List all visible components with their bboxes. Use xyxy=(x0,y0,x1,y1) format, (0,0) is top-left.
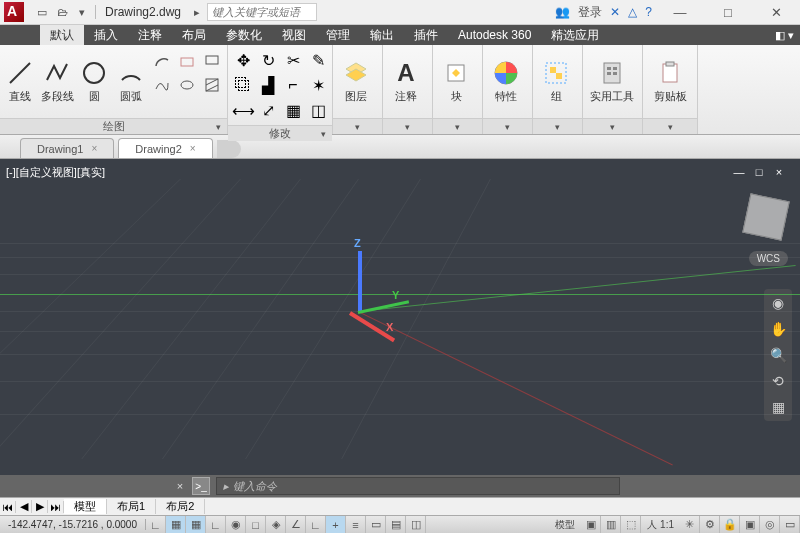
explode-icon[interactable]: ✶ xyxy=(307,74,329,96)
panel-group-tab[interactable]: ▾ xyxy=(533,118,582,134)
layout-1-tab[interactable]: 布局1 xyxy=(107,499,156,514)
arc-button[interactable]: 圆弧 xyxy=(114,49,147,114)
menu-manage[interactable]: 管理 xyxy=(316,25,360,45)
maximize-button[interactable]: □ xyxy=(708,0,748,25)
ms-icon[interactable]: ▣ xyxy=(581,516,601,534)
layer-button[interactable]: 图层 xyxy=(337,49,375,114)
close-icon[interactable]: × xyxy=(190,143,196,154)
panel-utils-tab[interactable]: ▾ xyxy=(583,118,642,134)
infer-icon[interactable]: ∟ xyxy=(146,516,166,534)
osnap-icon[interactable]: □ xyxy=(246,516,266,534)
layout-2-tab[interactable]: 布局2 xyxy=(156,499,205,514)
layout-prev-icon[interactable]: ◀ xyxy=(16,500,32,513)
polar-icon[interactable]: ◉ xyxy=(226,516,246,534)
infocenter-icon[interactable]: 👥 xyxy=(555,5,570,19)
props-button[interactable]: 特性 xyxy=(487,49,525,114)
move-icon[interactable]: ✥ xyxy=(232,49,254,71)
ortho-icon[interactable]: ∟ xyxy=(206,516,226,534)
status-scale[interactable]: 人 1:1 xyxy=(641,518,680,532)
group-button[interactable]: 组 xyxy=(537,49,575,114)
annotate-button[interactable]: A注释 xyxy=(387,49,425,114)
menu-featured[interactable]: 精选应用 xyxy=(541,25,609,45)
a360-icon[interactable]: △ xyxy=(628,5,637,19)
ws-switch-icon[interactable]: ⚙ xyxy=(700,516,720,534)
trim-icon[interactable]: ✂ xyxy=(282,49,304,71)
stretch-icon[interactable]: ⟷ xyxy=(232,99,254,121)
cmd-prompt-icon[interactable]: >_ xyxy=(192,477,210,495)
layout-next-icon[interactable]: ▶ xyxy=(32,500,48,513)
sc-icon[interactable]: ◫ xyxy=(406,516,426,534)
block-button[interactable]: 块 xyxy=(437,49,475,114)
ducs-icon[interactable]: ∟ xyxy=(306,516,326,534)
ellipse-icon[interactable] xyxy=(176,74,198,96)
layout-last-icon[interactable]: ⏭ xyxy=(48,501,64,513)
close-icon[interactable]: × xyxy=(91,143,97,154)
layout-model-tab[interactable]: 模型 xyxy=(64,499,107,514)
spline-icon[interactable] xyxy=(151,74,173,96)
qp-icon[interactable]: ▤ xyxy=(386,516,406,534)
exchange-icon[interactable]: ✕ xyxy=(610,5,620,19)
panel-props-tab[interactable]: ▾ xyxy=(483,118,532,134)
doctab-drawing2[interactable]: Drawing2× xyxy=(118,138,212,158)
help-icon[interactable]: ? xyxy=(645,5,652,19)
menu-layout[interactable]: 布局 xyxy=(172,25,216,45)
menu-output[interactable]: 输出 xyxy=(360,25,404,45)
anno-vis-icon[interactable]: ⬚ xyxy=(621,516,641,534)
menu-insert[interactable]: 插入 xyxy=(84,25,128,45)
array-icon[interactable]: ▦ xyxy=(282,99,304,121)
panel-clip-tab[interactable]: ▾ xyxy=(643,118,697,134)
line-button[interactable]: 直线 xyxy=(4,49,37,114)
circle-button[interactable]: 圆 xyxy=(78,49,111,114)
rect-icon[interactable] xyxy=(201,49,223,71)
lwt-icon[interactable]: ≡ xyxy=(346,516,366,534)
rotate-icon[interactable]: ↻ xyxy=(257,49,279,71)
doctab-drawing1[interactable]: Drawing1× xyxy=(20,138,114,158)
menu-annotate[interactable]: 注释 xyxy=(128,25,172,45)
layout-first-icon[interactable]: ⏮ xyxy=(0,501,16,513)
open-icon[interactable]: 🗁 xyxy=(54,4,70,20)
panel-annotate-tab[interactable]: ▾ xyxy=(383,118,432,134)
panel-layer-tab[interactable]: ▾ xyxy=(333,118,382,134)
search-input[interactable] xyxy=(207,3,317,21)
anno-auto-icon[interactable]: ✳ xyxy=(680,516,700,534)
menu-addins[interactable]: 插件 xyxy=(404,25,448,45)
isolate-icon[interactable]: ◎ xyxy=(760,516,780,534)
hatch-icon[interactable] xyxy=(201,74,223,96)
clipboard-button[interactable]: 剪贴板 xyxy=(647,49,693,114)
layout-quick-icon[interactable]: ▥ xyxy=(601,516,621,534)
cmd-close-icon[interactable]: × xyxy=(172,478,188,494)
arc2-icon[interactable] xyxy=(151,49,173,71)
menu-parametric[interactable]: 参数化 xyxy=(216,25,272,45)
fillet-icon[interactable]: ⌐ xyxy=(282,74,304,96)
login-button[interactable]: 登录 xyxy=(578,4,602,21)
status-model[interactable]: 模型 xyxy=(549,518,581,532)
scale-icon[interactable]: ⤢ xyxy=(257,99,279,121)
polyline-button[interactable]: 多段线 xyxy=(41,49,74,114)
menu-a360[interactable]: Autodesk 360 xyxy=(448,25,541,45)
lock-ui-icon[interactable]: 🔒 xyxy=(720,516,740,534)
minimize-button[interactable]: — xyxy=(660,0,700,25)
app-logo[interactable] xyxy=(4,2,24,22)
new-tab-button[interactable] xyxy=(217,140,241,158)
panel-block-tab[interactable]: ▾ xyxy=(433,118,482,134)
qat-arrow[interactable]: ▾ xyxy=(74,4,90,20)
menu-default[interactable]: 默认 xyxy=(40,25,84,45)
erase-icon[interactable]: ✎ xyxy=(307,49,329,71)
clean-screen-icon[interactable]: ▭ xyxy=(780,516,800,534)
offset-icon[interactable]: ◫ xyxy=(307,99,329,121)
ribbon-toggle-icon[interactable]: ◧ ▾ xyxy=(769,29,800,42)
otrack-icon[interactable]: ∠ xyxy=(286,516,306,534)
new-icon[interactable]: ▭ xyxy=(34,4,50,20)
close-button[interactable]: ✕ xyxy=(756,0,796,25)
title-arrow[interactable]: ▸ xyxy=(189,4,205,20)
box-icon[interactable] xyxy=(176,49,198,71)
command-input[interactable]: ▸键入命令 xyxy=(216,477,620,495)
menu-view[interactable]: 视图 xyxy=(272,25,316,45)
copy-icon[interactable]: ⿻ xyxy=(232,74,254,96)
dyn-icon[interactable]: + xyxy=(326,516,346,534)
3dosnap-icon[interactable]: ◈ xyxy=(266,516,286,534)
snap-icon[interactable]: ▦ xyxy=(166,516,186,534)
hw-accel-icon[interactable]: ▣ xyxy=(740,516,760,534)
viewport[interactable]: [-][自定义视图][真实] — □ × WCS ◉ ✋ 🔍 ⟲ ▦ xyxy=(0,159,800,475)
grid-icon[interactable]: ▦ xyxy=(186,516,206,534)
